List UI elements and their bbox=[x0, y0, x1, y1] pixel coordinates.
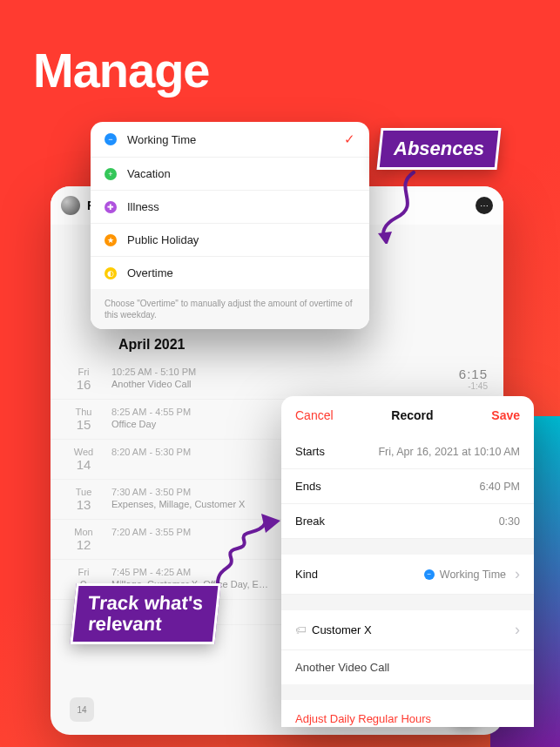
entry-row[interactable]: Fri1610:25 AM - 5:10 PMAnother Video Cal… bbox=[51, 360, 503, 400]
record-note-row[interactable]: Another Video Call bbox=[281, 650, 534, 684]
absence-type-label: Working Time bbox=[127, 133, 196, 146]
entry-duration: 6:15-1:45 bbox=[459, 367, 488, 391]
absence-type-icon: − bbox=[105, 133, 117, 145]
absence-type-icon: ✚ bbox=[105, 201, 117, 213]
svg-marker-1 bbox=[261, 514, 280, 533]
save-button[interactable]: Save bbox=[491, 408, 520, 422]
absence-type-label: Vacation bbox=[127, 167, 171, 180]
absence-type-icon: ★ bbox=[105, 234, 117, 246]
working-time-icon: − bbox=[424, 569, 435, 580]
popover-footer: Choose "Overtime" to manually adjust the… bbox=[91, 289, 369, 329]
record-break-row[interactable]: Break0:30 bbox=[281, 504, 534, 539]
entry-date: Mon12 bbox=[66, 527, 101, 552]
tag-icon: 🏷 bbox=[295, 623, 307, 636]
record-ends-row[interactable]: Ends6:40 PM bbox=[281, 469, 534, 504]
absence-type-option[interactable]: ✚Illness bbox=[91, 191, 369, 224]
callout-track-relevant: Track what'srelevant bbox=[70, 583, 220, 644]
month-header: April 2021 bbox=[118, 337, 503, 353]
absence-type-option[interactable]: +Vacation bbox=[91, 158, 369, 191]
absence-type-label: Illness bbox=[127, 200, 159, 213]
chevron-right-icon: › bbox=[515, 621, 520, 639]
record-header: Cancel Record Save bbox=[281, 396, 534, 434]
entry-date: Fri16 bbox=[66, 367, 101, 392]
absence-type-label: Overtime bbox=[127, 266, 173, 279]
chevron-right-icon: › bbox=[515, 565, 520, 583]
entry-date: Tue13 bbox=[66, 487, 101, 512]
more-menu-icon[interactable]: ⋯ bbox=[476, 197, 493, 214]
cancel-button[interactable]: Cancel bbox=[295, 408, 334, 422]
record-kind-row[interactable]: Kind − Working Time › bbox=[281, 555, 534, 595]
entry-details: 10:25 AM - 5:10 PMAnother Video Call bbox=[101, 367, 459, 389]
check-icon: ✓ bbox=[344, 131, 355, 147]
adjust-regular-hours-button[interactable]: Adjust Daily Regular Hours bbox=[281, 700, 534, 727]
calendar-icon[interactable]: 14 bbox=[70, 697, 94, 722]
avatar[interactable] bbox=[61, 196, 80, 215]
entry-date: Wed14 bbox=[66, 447, 101, 472]
callout-absences: Absences bbox=[377, 128, 502, 170]
svg-marker-0 bbox=[378, 232, 392, 244]
record-title: Record bbox=[391, 408, 433, 422]
absence-type-popover: −Working Time✓+Vacation✚Illness★Public H… bbox=[91, 122, 369, 329]
hero-title: Manage bbox=[33, 42, 210, 98]
absence-type-icon: ◐ bbox=[105, 267, 117, 279]
absence-type-option[interactable]: ★Public Holiday bbox=[91, 224, 369, 257]
absence-type-icon: + bbox=[105, 168, 117, 180]
record-starts-row[interactable]: StartsFri, Apr 16, 2021 at 10:10 AM bbox=[281, 434, 534, 469]
absence-type-option[interactable]: −Working Time✓ bbox=[91, 122, 369, 158]
record-customer-row[interactable]: 🏷Customer X › bbox=[281, 610, 534, 650]
record-modal: Cancel Record Save StartsFri, Apr 16, 20… bbox=[281, 396, 534, 727]
arrow-absences bbox=[366, 165, 435, 244]
entry-date: Thu15 bbox=[66, 407, 101, 432]
absence-type-option[interactable]: ◐Overtime bbox=[91, 257, 369, 289]
absence-type-label: Public Holiday bbox=[127, 233, 199, 246]
arrow-track-relevant bbox=[200, 505, 296, 592]
